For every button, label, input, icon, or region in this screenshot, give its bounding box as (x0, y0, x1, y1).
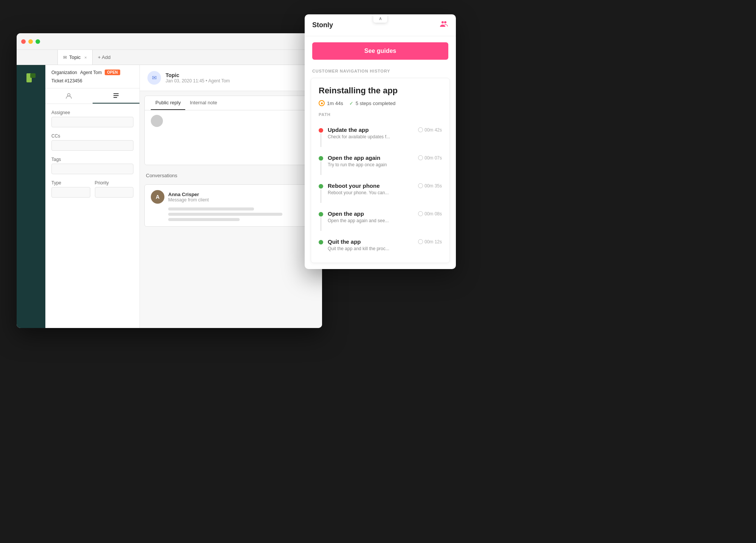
fullscreen-dot[interactable] (36, 39, 40, 44)
path-line-3 (321, 217, 321, 231)
ticket-header: ✉ Topic Jan 03, 2020 11:45 • Agent Tom (140, 65, 322, 91)
path-item-header-3: Open the app 00m 08s (328, 210, 442, 217)
panel-fields: Assignee CCs Tags Type (45, 104, 139, 204)
assignee-input[interactable] (51, 117, 133, 127)
path-item-time-2: 00m 35s (418, 183, 442, 189)
stat-steps: ✓ 5 steps completed (349, 101, 396, 106)
breadcrumb-bar: Organization Agent Tom OPEN Ticket #1234… (45, 65, 139, 88)
panel-tabs (45, 88, 139, 104)
path-item-4: Quit the app 00m 12s Quit the app and ki… (319, 235, 442, 255)
conv-line-2 (168, 213, 282, 216)
ticket-meta: Jan 03, 2020 11:45 • Agent Tom (166, 78, 230, 84)
tab-internal-note[interactable]: Internal note (185, 96, 222, 110)
path-item-header-4: Quit the app 00m 12s (328, 238, 442, 245)
breadcrumb-organization: Organization (51, 70, 77, 75)
path-item-time-value-0: 00m 42s (424, 127, 442, 133)
reply-avatar (151, 115, 163, 127)
path-item-title-0: Update the app (328, 127, 369, 133)
conv-avatar: A (151, 190, 164, 204)
conv-header: A Anna Crisper Message from client (151, 190, 311, 204)
path-item-1: Open the app again 00m 07s Try to run th… (319, 151, 442, 179)
path-line-0 (321, 133, 321, 147)
tab-public-reply[interactable]: Public reply (151, 96, 185, 110)
priority-input[interactable] (95, 187, 134, 198)
window-titlebar (17, 33, 322, 50)
path-item-desc-3: Open the app again and see... (328, 218, 442, 223)
tab-topic-label: Topic (69, 54, 81, 60)
svg-rect-3 (113, 93, 119, 94)
app-window: ✉ Topic × + Add Organization Agent Tom (17, 33, 322, 328)
path-item-time-value-4: 00m 12s (424, 239, 442, 244)
path-item-time-0: 00m 42s (418, 127, 442, 133)
ticket-info: Topic Jan 03, 2020 11:45 • Agent Tom (166, 72, 230, 84)
add-tab-button[interactable]: + Add (93, 50, 115, 65)
time-clock-icon-0 (418, 127, 423, 132)
conv-name: Anna Crisper (168, 192, 209, 197)
tab-close-button[interactable]: × (84, 55, 87, 60)
path-dot-col-4 (319, 240, 323, 244)
guide-card: Reinstalling the app 1m 44s ✓ 5 steps co… (311, 78, 450, 263)
minimize-dot[interactable] (28, 39, 33, 44)
breadcrumb-ticket: Ticket #123456 (51, 78, 82, 84)
svg-rect-5 (113, 97, 117, 98)
stonly-collapse-button[interactable]: ∧ (373, 14, 387, 23)
path-dot-col-2 (319, 184, 323, 203)
path-item-0: Update the app 00m 42s Check for availab… (319, 123, 442, 151)
ccs-label: CCs (51, 133, 133, 139)
path-item-time-value-3: 00m 08s (424, 211, 442, 217)
path-item-time-value-2: 00m 35s (424, 183, 442, 189)
path-title: PATH (319, 112, 442, 117)
path-item-title-4: Quit the app (328, 238, 361, 245)
path-dot-0 (319, 128, 323, 133)
ticket-title: Topic (166, 72, 230, 78)
conversations-label: Conversations (144, 170, 318, 181)
close-dot[interactable] (21, 39, 26, 44)
window-controls (21, 39, 40, 44)
ccs-input[interactable] (51, 140, 133, 151)
see-guides-button[interactable]: See guides (312, 42, 448, 60)
email-icon: ✉ (63, 55, 67, 60)
reply-textarea[interactable] (167, 115, 311, 160)
stat-time: 1m 44s (319, 100, 343, 106)
tab-details[interactable] (93, 88, 140, 104)
svg-rect-1 (30, 73, 36, 78)
reply-tabs: Public reply Internal note (145, 96, 317, 110)
conversation-item: A Anna Crisper Message from client (144, 184, 318, 227)
breadcrumb-agent: Agent Tom (80, 70, 102, 75)
tab-person[interactable] (45, 88, 93, 104)
chevron-up-icon: ∧ (379, 16, 382, 21)
guide-time: 1m 44s (327, 101, 343, 106)
path-dot-col-3 (319, 212, 323, 231)
path-dot-4 (319, 240, 323, 244)
tab-topic[interactable]: ✉ Topic × (57, 50, 93, 65)
priority-label: Priority (95, 180, 134, 186)
time-clock-icon-1 (418, 155, 423, 160)
path-content-1: Open the app again 00m 07s Try to run th… (328, 155, 442, 167)
path-item-desc-4: Quit the app and kill the proc... (328, 246, 442, 251)
type-field: Type (51, 180, 90, 198)
path-item-title-2: Reboot your phone (328, 183, 380, 189)
type-input[interactable] (51, 187, 90, 198)
path-item-time-1: 00m 07s (418, 155, 442, 161)
path-line-2 (321, 189, 321, 203)
left-panel: Organization Agent Tom OPEN Ticket #1234… (45, 65, 140, 328)
check-icon: ✓ (349, 101, 353, 106)
path-dot-col-0 (319, 128, 323, 147)
path-item-time-3: 00m 08s (418, 211, 442, 217)
clock-icon (319, 100, 325, 106)
stonly-title: Stonly (312, 21, 333, 29)
stonly-panel: ∧ Stonly See guides CUSTOMER NAVIGATION … (305, 14, 456, 269)
conv-line-1 (168, 207, 254, 210)
path-item-3: Open the app 00m 08s Open the app again … (319, 207, 442, 235)
time-clock-icon-4 (418, 239, 423, 244)
path-item-title-3: Open the app (328, 210, 364, 217)
main-area: ✉ Topic Jan 03, 2020 11:45 • Agent Tom P… (140, 65, 322, 328)
path-dot-col-1 (319, 156, 323, 175)
tags-input[interactable] (51, 164, 133, 174)
time-clock-icon-3 (418, 211, 423, 216)
conv-line-3 (168, 218, 240, 221)
ccs-field: CCs (51, 133, 133, 151)
assignee-field: Assignee (51, 110, 133, 127)
path-item-time-4: 00m 12s (418, 239, 442, 244)
guide-stats: 1m 44s ✓ 5 steps completed (319, 100, 442, 106)
